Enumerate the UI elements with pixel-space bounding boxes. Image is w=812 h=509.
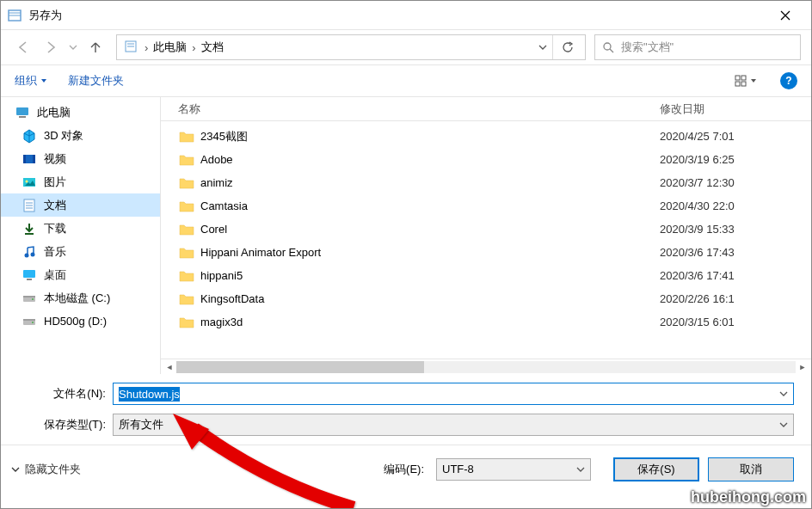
- tree-item[interactable]: HD500g (D:): [1, 310, 160, 333]
- hide-folders-button[interactable]: 隐藏文件夹: [11, 462, 81, 477]
- svg-rect-12: [735, 82, 740, 86]
- chevron-down-icon: [779, 420, 788, 429]
- 3d-icon: [22, 128, 37, 144]
- file-row[interactable]: Camtasia2020/4/30 22:0: [161, 194, 811, 218]
- scroll-right-icon[interactable]: ►: [796, 361, 809, 373]
- svg-rect-32: [23, 296, 35, 297]
- file-row[interactable]: KingsoftData2020/2/26 16:1: [161, 287, 811, 310]
- documents-icon: [124, 40, 139, 55]
- chevron-down-icon[interactable]: [779, 389, 788, 399]
- folder-icon: [178, 291, 195, 308]
- file-row[interactable]: Adobe2020/3/19 6:25: [161, 148, 811, 171]
- address-bar[interactable]: › 此电脑 › 文档: [116, 34, 586, 60]
- filetype-select[interactable]: 所有文件: [113, 414, 794, 436]
- horizontal-scrollbar[interactable]: ◄ ►: [161, 359, 811, 374]
- drive-icon: [22, 291, 37, 306]
- view-options-button[interactable]: [732, 71, 760, 91]
- tree-item[interactable]: 音乐: [1, 240, 160, 263]
- encoding-select[interactable]: UTF-8: [436, 458, 591, 481]
- nav-back-button[interactable]: [11, 35, 35, 59]
- svg-rect-35: [23, 319, 35, 321]
- breadcrumb-root[interactable]: 此电脑: [150, 40, 190, 55]
- downloads-icon: [22, 221, 37, 236]
- tree-item[interactable]: 3D 对象: [1, 124, 160, 147]
- tree-item[interactable]: 本地磁盘 (C:): [1, 286, 160, 310]
- file-row[interactable]: Corel2020/3/9 15:33: [161, 218, 811, 241]
- file-row[interactable]: magix3d2020/3/15 6:01: [161, 310, 811, 334]
- video-icon: [22, 151, 37, 167]
- navigation-tree[interactable]: 此电脑 3D 对象视频图片文档下载音乐桌面本地磁盘 (C:)HD500g (D:…: [1, 97, 161, 374]
- search-input[interactable]: 搜索"文档": [594, 34, 801, 60]
- folder-icon: [178, 128, 195, 145]
- svg-rect-14: [16, 107, 28, 115]
- pictures-icon: [22, 175, 37, 190]
- svg-rect-11: [741, 76, 746, 80]
- chevron-down-icon: [11, 465, 20, 474]
- svg-point-8: [604, 43, 611, 50]
- filename-label: 文件名(N):: [18, 386, 113, 402]
- svg-point-20: [26, 180, 28, 182]
- music-icon: [22, 244, 37, 260]
- folder-icon: [178, 267, 195, 285]
- file-list[interactable]: 2345截图2020/4/25 7:01Adobe2020/3/19 6:25a…: [161, 121, 811, 359]
- nav-forward-button[interactable]: [39, 35, 63, 59]
- search-icon: [602, 41, 614, 53]
- window-title: 另存为: [28, 8, 766, 23]
- cancel-button[interactable]: 取消: [708, 457, 794, 481]
- chevron-down-icon[interactable]: [533, 43, 552, 52]
- svg-rect-30: [27, 279, 32, 280]
- svg-line-9: [610, 49, 613, 52]
- chevron-right-icon: ›: [143, 41, 150, 54]
- tree-item[interactable]: 桌面: [1, 263, 160, 286]
- search-placeholder: 搜索"文档": [621, 40, 674, 55]
- drive-icon: [22, 314, 37, 329]
- file-row[interactable]: animiz2020/3/7 12:30: [161, 171, 811, 194]
- breadcrumb-folder[interactable]: 文档: [198, 40, 227, 55]
- filename-input[interactable]: Shutdown.js: [113, 383, 794, 405]
- svg-rect-29: [23, 270, 35, 278]
- tree-item[interactable]: 文档: [1, 193, 160, 217]
- folder-icon: [178, 151, 195, 169]
- app-icon: [8, 9, 22, 22]
- organize-button[interactable]: 组织: [15, 73, 47, 89]
- folder-icon: [178, 221, 195, 238]
- scroll-left-icon[interactable]: ◄: [163, 361, 176, 373]
- folder-icon: [178, 175, 195, 192]
- svg-rect-17: [23, 155, 26, 163]
- svg-rect-15: [19, 116, 26, 118]
- tree-item[interactable]: 下载: [1, 217, 160, 240]
- svg-rect-10: [735, 76, 740, 80]
- desktop-icon: [22, 267, 37, 283]
- close-button[interactable]: [766, 3, 804, 28]
- scroll-thumb[interactable]: [176, 361, 424, 373]
- svg-rect-13: [741, 82, 746, 86]
- file-row[interactable]: Hippani Animator Export2020/3/6 17:43: [161, 241, 811, 264]
- svg-point-33: [32, 298, 34, 300]
- tree-item[interactable]: 视频: [1, 147, 160, 170]
- nav-up-button[interactable]: [83, 35, 108, 59]
- svg-rect-18: [33, 155, 35, 163]
- encoding-label: 编码(E):: [384, 462, 424, 477]
- new-folder-button[interactable]: 新建文件夹: [68, 73, 124, 89]
- help-button[interactable]: ?: [780, 72, 797, 89]
- folder-icon: [178, 314, 195, 331]
- chevron-down-icon: [576, 465, 585, 474]
- column-date-header[interactable]: 修改日期: [660, 101, 704, 117]
- tree-this-pc[interactable]: 此电脑: [1, 101, 160, 124]
- column-name-header[interactable]: 名称: [178, 101, 660, 117]
- file-row[interactable]: hippani52020/3/6 17:41: [161, 264, 811, 287]
- refresh-button[interactable]: [552, 35, 581, 59]
- documents-icon: [22, 198, 37, 213]
- pc-icon: [15, 105, 30, 120]
- svg-point-36: [32, 322, 34, 323]
- chevron-right-icon: ›: [190, 41, 197, 54]
- folder-icon: [178, 244, 195, 261]
- nav-recent-button[interactable]: [66, 35, 80, 59]
- save-button[interactable]: 保存(S): [613, 457, 699, 481]
- filetype-label: 保存类型(T):: [18, 417, 113, 432]
- folder-icon: [178, 198, 195, 215]
- tree-item[interactable]: 图片: [1, 170, 160, 193]
- svg-point-27: [31, 252, 35, 256]
- file-row[interactable]: 2345截图2020/4/25 7:01: [161, 125, 811, 148]
